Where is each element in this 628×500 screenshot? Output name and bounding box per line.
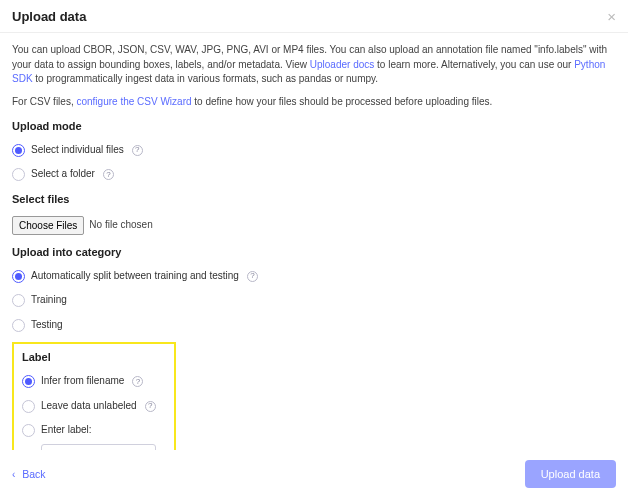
radio-label-unlabeled[interactable]: Leave data unlabeled [41, 399, 137, 414]
label-section-highlight: Label Infer from filename ? Leave data u… [12, 342, 176, 450]
back-label: Back [22, 468, 45, 480]
radio-label-auto[interactable]: Automatically split between training and… [31, 269, 239, 284]
radio-testing[interactable] [12, 319, 25, 332]
intro-text-2a: For CSV files, [12, 96, 76, 107]
upload-mode-heading: Upload mode [12, 119, 616, 135]
radio-unlabeled[interactable] [22, 400, 35, 413]
chevron-left-icon: ‹ [12, 469, 15, 480]
help-icon[interactable]: ? [103, 169, 114, 180]
intro-text-2b: to define how your files should be proce… [194, 96, 492, 107]
radio-enter-label[interactable] [22, 424, 35, 437]
label-heading: Label [22, 350, 166, 366]
modal-body: You can upload CBOR, JSON, CSV, WAV, JPG… [0, 33, 628, 450]
back-link[interactable]: ‹ Back [12, 468, 46, 480]
upload-data-button[interactable]: Upload data [525, 460, 616, 488]
radio-auto-split[interactable] [12, 270, 25, 283]
intro-paragraph-1: You can upload CBOR, JSON, CSV, WAV, JPG… [12, 43, 616, 87]
help-icon[interactable]: ? [132, 376, 143, 387]
close-icon[interactable]: × [607, 9, 616, 24]
intro-paragraph-2: For CSV files, configure the CSV Wizard … [12, 95, 616, 110]
select-files-heading: Select files [12, 192, 616, 208]
radio-training[interactable] [12, 294, 25, 307]
help-icon[interactable]: ? [132, 145, 143, 156]
radio-select-folder[interactable] [12, 168, 25, 181]
radio-label-folder[interactable]: Select a folder [31, 167, 95, 182]
intro-text-1c: to programmatically ingest data in vario… [35, 73, 378, 84]
radio-label-testing[interactable]: Testing [31, 318, 63, 333]
choose-files-button[interactable]: Choose Files [12, 216, 84, 235]
radio-label-training[interactable]: Training [31, 293, 67, 308]
file-chosen-status: No file chosen [89, 218, 152, 233]
intro-text-1b: to learn more. Alternatively, you can us… [377, 59, 574, 70]
radio-label-enter[interactable]: Enter label: [41, 423, 92, 438]
radio-infer-filename[interactable] [22, 375, 35, 388]
csv-wizard-link[interactable]: configure the CSV Wizard [76, 96, 191, 107]
radio-label-infer[interactable]: Infer from filename [41, 374, 124, 389]
help-icon[interactable]: ? [145, 401, 156, 412]
modal-title: Upload data [12, 9, 86, 24]
category-heading: Upload into category [12, 245, 616, 261]
radio-label-individual[interactable]: Select individual files [31, 143, 124, 158]
help-icon[interactable]: ? [247, 271, 258, 282]
radio-select-individual[interactable] [12, 144, 25, 157]
uploader-docs-link[interactable]: Uploader docs [310, 59, 374, 70]
